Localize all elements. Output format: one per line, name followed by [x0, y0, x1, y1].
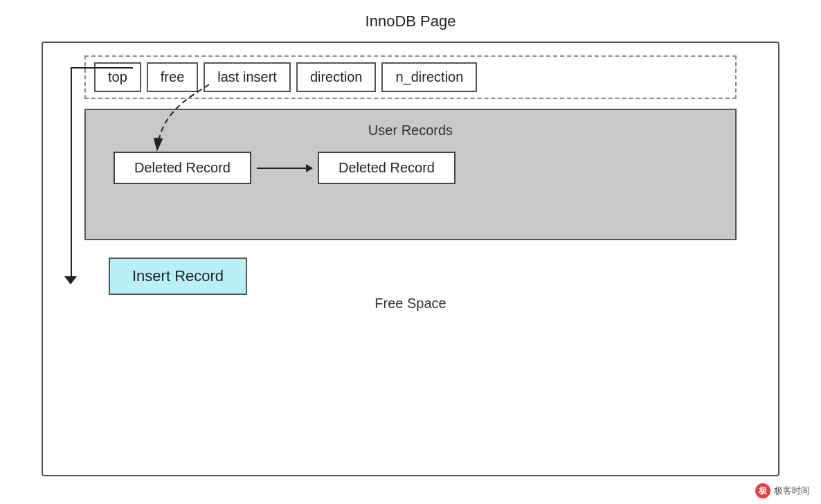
left-vertical-arrowhead	[64, 276, 77, 285]
watermark-text: 极客时间	[774, 485, 810, 497]
deleted-record-1: Deleted Record	[114, 152, 251, 184]
header-fields-row: top free last insert direction n_directi…	[84, 55, 737, 99]
page-title: InnoDB Page	[0, 0, 821, 37]
deleted-records-row: Deleted Record Deleted Record	[114, 152, 455, 184]
top-horiz-line	[71, 67, 133, 69]
insert-record-box: Insert Record	[109, 258, 247, 295]
field-free: free	[147, 62, 198, 92]
field-direction: direction	[296, 62, 377, 92]
user-records-label: User Records	[86, 110, 735, 138]
watermark: 极 极客时间	[755, 483, 810, 498]
outer-box: top free last insert direction n_directi…	[42, 42, 779, 476]
arrow-between-deleted	[257, 168, 312, 169]
left-vertical-line	[71, 67, 72, 278]
user-records-section: User Records Deleted Record Deleted Reco…	[84, 109, 737, 240]
field-last-insert: last insert	[204, 62, 291, 92]
field-n-direction: n_direction	[381, 62, 477, 92]
watermark-icon: 极	[755, 483, 770, 498]
deleted-record-2: Deleted Record	[318, 152, 455, 184]
